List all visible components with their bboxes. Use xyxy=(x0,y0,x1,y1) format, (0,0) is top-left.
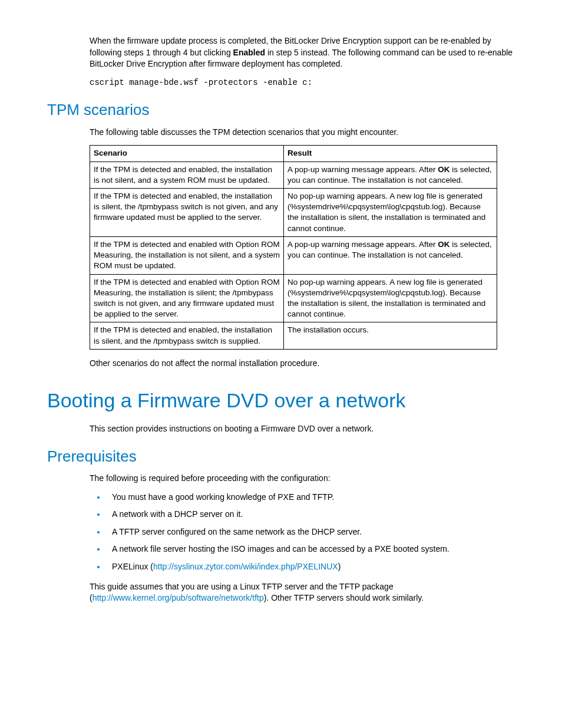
tpm-block: The following table discusses the TPM de… xyxy=(90,127,515,370)
tpm-after: Other scenarios do not affect the normal… xyxy=(90,358,515,370)
table-row: If the TPM is detected and enabled with … xyxy=(90,236,497,274)
cell-scenario: If the TPM is detected and enabled, the … xyxy=(90,162,284,188)
col-result: Result xyxy=(284,146,497,162)
result-text-a: A pop-up warning message appears. After xyxy=(287,240,438,249)
intro-code: cscript manage-bde.wsf -protectors -enab… xyxy=(90,77,515,89)
list-item: A network file server hosting the ISO im… xyxy=(106,543,515,555)
tpm-intro: The following table discusses the TPM de… xyxy=(90,127,515,139)
col-scenario: Scenario xyxy=(90,146,284,162)
intro-enabled-bold: Enabled xyxy=(233,48,265,57)
prereq-intro: The following is required before proceed… xyxy=(90,473,515,485)
prereq-block: The following is required before proceed… xyxy=(90,473,515,604)
cell-result: No pop-up warning appears. A new log fil… xyxy=(284,274,497,322)
cell-scenario: If the TPM is detected and enabled with … xyxy=(90,236,284,274)
cell-scenario: If the TPM is detected and enabled with … xyxy=(90,274,284,322)
result-text-a: A pop-up warning message appears. After xyxy=(287,165,438,174)
cell-scenario: If the TPM is detected and enabled, the … xyxy=(90,189,284,237)
table-header-row: Scenario Result xyxy=(90,146,497,162)
list-item: A network with a DHCP server on it. xyxy=(106,509,515,521)
list-item: A TFTP server configured on the same net… xyxy=(106,526,515,538)
intro-paragraph: When the firmware update process is comp… xyxy=(90,35,515,70)
pxelinux-text-b: ) xyxy=(338,562,341,571)
intro-block: When the firmware update process is comp… xyxy=(90,35,515,88)
pxelinux-text-a: PXELinux ( xyxy=(112,562,153,571)
cell-result: No pop-up warning appears. A new log fil… xyxy=(284,189,497,237)
list-item: PXELinux (http://syslinux.zytor.com/wiki… xyxy=(106,561,515,573)
prereq-after-b: ). Other TFTP servers should work simila… xyxy=(264,593,424,602)
cell-result: A pop-up warning message appears. After … xyxy=(284,236,497,274)
booting-block: This section provides instructions on bo… xyxy=(90,423,515,435)
result-ok-bold: OK xyxy=(438,165,449,174)
prereq-after: This guide assumes that you are using a … xyxy=(90,581,515,604)
table-row: If the TPM is detected and enabled, the … xyxy=(90,322,497,349)
table-row: If the TPM is detected and enabled with … xyxy=(90,274,497,322)
booting-heading: Booting a Firmware DVD over a network xyxy=(47,387,515,415)
cell-result: The installation occurs. xyxy=(284,322,497,349)
pxelinux-link[interactable]: http://syslinux.zytor.com/wiki/index.php… xyxy=(153,562,338,571)
tftp-link[interactable]: http://www.kernel.org/pub/software/netwo… xyxy=(92,593,264,602)
table-row: If the TPM is detected and enabled, the … xyxy=(90,189,497,237)
result-ok-bold: OK xyxy=(438,240,449,249)
tpm-table: Scenario Result If the TPM is detected a… xyxy=(90,145,497,350)
table-row: If the TPM is detected and enabled, the … xyxy=(90,162,497,188)
booting-intro: This section provides instructions on bo… xyxy=(90,423,515,435)
prereq-list: You must have a good working knowledge o… xyxy=(90,492,515,573)
cell-scenario: If the TPM is detected and enabled, the … xyxy=(90,322,284,349)
list-item: You must have a good working knowledge o… xyxy=(106,492,515,503)
prereq-heading: Prerequisites xyxy=(47,446,515,467)
tpm-heading: TPM scenarios xyxy=(47,99,515,120)
cell-result: A pop-up warning message appears. After … xyxy=(284,162,497,188)
